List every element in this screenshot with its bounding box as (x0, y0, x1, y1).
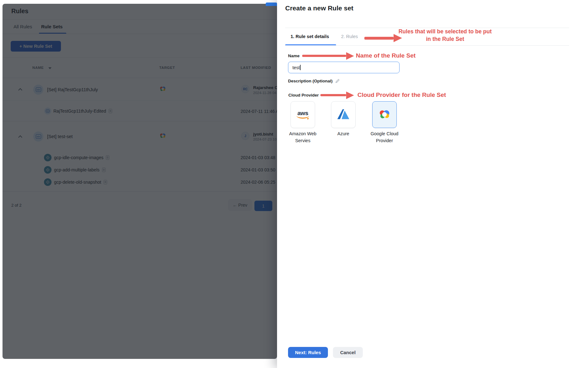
divider (285, 45, 569, 46)
cloud-provider-label: Cloud Provider (288, 93, 319, 98)
step-tab-rules[interactable]: 2. Rules (341, 34, 358, 39)
provider-label-azure: Azure (331, 130, 356, 137)
provider-card-azure[interactable] (331, 101, 356, 128)
annotation-arrow (320, 94, 346, 96)
name-input[interactable]: test (288, 62, 400, 73)
edit-pencil-icon[interactable] (335, 79, 340, 84)
name-input-value: test (292, 65, 300, 70)
modal-dim-overlay[interactable] (3, 4, 277, 359)
annotation-cloud-provider: Cloud Provider for the Rule Set (357, 92, 446, 98)
next-rules-button[interactable]: Next: Rules (288, 347, 328, 358)
azure-icon (337, 109, 349, 120)
drawer-title: Create a new Rule set (285, 4, 353, 12)
google-cloud-icon (378, 109, 391, 120)
provider-card-aws[interactable]: aws (291, 101, 315, 128)
annotation-arrow (364, 37, 394, 40)
annotation-arrow-head (346, 92, 354, 99)
provider-card-gcp[interactable] (372, 101, 397, 128)
step-tab-rule-set-details[interactable]: 1. Rule set details (291, 34, 329, 39)
aws-icon: aws (297, 111, 309, 119)
name-label: Name (288, 53, 300, 58)
provider-label-aws: Amazon Web Servies (286, 130, 319, 144)
annotation-name: Name of the Rule Set (356, 52, 416, 59)
description-label: Description (Optional) (288, 79, 340, 84)
provider-label-gcp: Google Cloud Provider (367, 130, 402, 144)
create-rule-set-drawer: Create a new Rule set 1. Rule set detail… (277, 0, 588, 368)
annotation-rules-tab: Rules that will be selected to be put in… (398, 28, 492, 43)
cancel-button[interactable]: Cancel (333, 347, 363, 358)
text-caret (300, 65, 301, 70)
annotation-arrow (302, 55, 346, 57)
annotation-arrow-head (346, 52, 354, 60)
new-rule-button-partial (266, 3, 277, 6)
